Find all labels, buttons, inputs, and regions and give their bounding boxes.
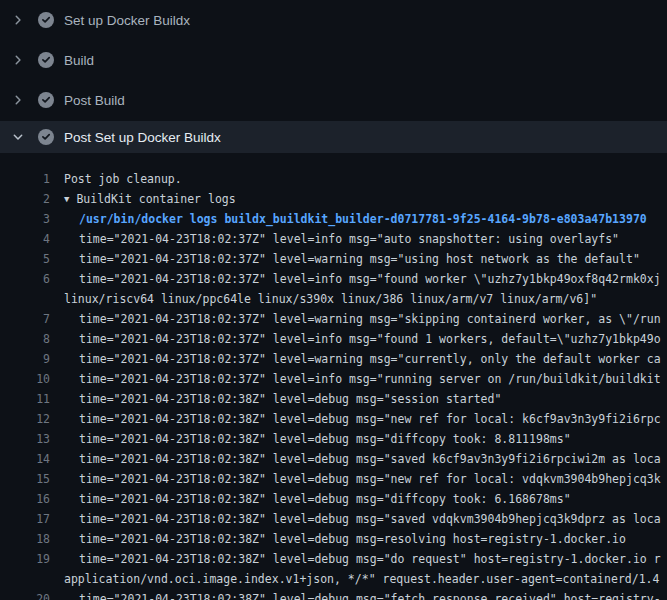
log-line-number[interactable]: 14 [0,449,50,469]
log-line: 14 ▼time="2021-04-23T18:02:38Z" level=de… [0,449,667,469]
log-line: 4 ▼time="2021-04-23T18:02:37Z" level=inf… [0,229,667,249]
log-line-number[interactable]: 8 [0,329,50,349]
chevron-right-icon [10,92,26,108]
log-line-number[interactable]: 18 [0,529,50,549]
log-line-text: ▼time="2021-04-23T18:02:38Z" level=debug… [64,389,501,409]
log-line-text: ▼time="2021-04-23T18:02:38Z" level=debug… [64,409,661,429]
log-text: time="2021-04-23T18:02:38Z" level=debug … [79,412,661,426]
log-line-number[interactable]: 7 [0,309,50,329]
log-line-text: ▼time="2021-04-23T18:02:38Z" level=debug… [64,509,661,529]
log-line: 10 ▼time="2021-04-23T18:02:37Z" level=in… [0,369,667,389]
log-line-number[interactable]: 13 [0,429,50,449]
log-line-text: ▼time="2021-04-23T18:02:38Z" level=debug… [64,589,661,600]
log-line: 19 ▼time="2021-04-23T18:02:38Z" level=de… [0,549,667,569]
log-line: 12 ▼time="2021-04-23T18:02:38Z" level=de… [0,409,667,429]
log-text: time="2021-04-23T18:02:37Z" level=info m… [79,332,661,346]
log-line-number[interactable] [0,289,50,309]
log-line: 7 ▼time="2021-04-23T18:02:37Z" level=war… [0,309,667,329]
chevron-down-icon [10,129,26,145]
log-line: 5 ▼time="2021-04-23T18:02:37Z" level=war… [0,249,667,269]
log-line-text: ▼time="2021-04-23T18:02:38Z" level=debug… [64,469,661,489]
log-line-number[interactable]: 5 [0,249,50,269]
log-line: 8 ▼time="2021-04-23T18:02:37Z" level=inf… [0,329,667,349]
log-line-number[interactable]: 2 [0,189,50,209]
log-line: 11 ▼time="2021-04-23T18:02:38Z" level=de… [0,389,667,409]
log-line-text: ▼time="2021-04-23T18:02:38Z" level=debug… [64,429,571,449]
log-line-text: ▼time="2021-04-23T18:02:37Z" level=info … [64,269,661,289]
log-line-text: ▼time="2021-04-23T18:02:37Z" level=info … [64,329,661,349]
log-line-text: ▼Post job cleanup. [64,169,182,189]
log-line-text: ▼time="2021-04-23T18:02:38Z" level=debug… [64,549,661,569]
log-text: BuildKit container logs [76,192,235,206]
log-line-number[interactable]: 16 [0,489,50,509]
log-text: time="2021-04-23T18:02:38Z" level=debug … [79,432,571,446]
log-line: ▼application/vnd.oci.image.index.v1+json… [0,569,667,589]
chevron-right-icon [10,12,26,28]
log-line-number[interactable]: 10 [0,369,50,389]
log-line-text: ▼time="2021-04-23T18:02:38Z" level=debug… [64,529,626,549]
log-line-number[interactable]: 15 [0,469,50,489]
log-line: ▼linux/riscv64 linux/ppc64le linux/s390x… [0,289,667,309]
log-line-text: ▼application/vnd.oci.image.index.v1+json… [64,569,659,589]
log-line: 3 ▼/usr/bin/docker logs buildx_buildkit_… [0,209,667,229]
log-line-number[interactable]: 4 [0,229,50,249]
check-circle-icon [38,129,54,145]
log-line-number[interactable]: 11 [0,389,50,409]
log-viewer: Set up Docker Buildx Build [0,0,667,600]
log-line: 18 ▼time="2021-04-23T18:02:38Z" level=de… [0,529,667,549]
log-text: time="2021-04-23T18:02:38Z" level=debug … [79,552,661,566]
section-row-set-up-docker-buildx[interactable]: Set up Docker Buildx [0,0,667,40]
log-area: 1 ▼Post job cleanup. 2 ▼BuildKit contain… [0,153,667,600]
log-line: 20 ▼time="2021-04-23T18:02:38Z" level=de… [0,589,667,600]
log-text: time="2021-04-23T18:02:37Z" level=info m… [79,232,619,246]
log-text: time="2021-04-23T18:02:37Z" level=info m… [79,372,661,386]
log-text: linux/riscv64 linux/ppc64le linux/s390x … [64,292,597,306]
section-label: Post Set up Docker Buildx [64,130,221,145]
log-line-text: ▼time="2021-04-23T18:02:37Z" level=warni… [64,309,661,329]
log-text[interactable]: /usr/bin/docker logs buildx_buildkit_bui… [79,212,647,226]
log-text: Post job cleanup. [64,172,182,186]
log-line-text: ▼time="2021-04-23T18:02:37Z" level=info … [64,229,619,249]
log-text: time="2021-04-23T18:02:38Z" level=debug … [79,452,661,466]
log-line-number[interactable]: 20 [0,589,50,600]
log-line-number[interactable]: 17 [0,509,50,529]
log-text: time="2021-04-23T18:02:38Z" level=debug … [79,392,501,406]
section-label: Set up Docker Buildx [64,13,190,28]
log-line: 2 ▼BuildKit container logs [0,189,667,209]
chevron-right-icon [10,52,26,68]
log-line-number[interactable]: 9 [0,349,50,369]
log-line-text: ▼time="2021-04-23T18:02:38Z" level=debug… [64,449,661,469]
log-line-number[interactable]: 12 [0,409,50,429]
group-collapse-triangle-icon[interactable]: ▼ [64,194,69,204]
log-line-number[interactable]: 6 [0,269,50,289]
log-text: time="2021-04-23T18:02:37Z" level=warnin… [79,352,661,366]
log-line: 13 ▼time="2021-04-23T18:02:38Z" level=de… [0,429,667,449]
log-text: time="2021-04-23T18:02:37Z" level=warnin… [79,252,640,266]
log-text: time="2021-04-23T18:02:38Z" level=debug … [79,492,571,506]
section-row-post-set-up-docker-buildx[interactable]: Post Set up Docker Buildx [0,121,667,153]
log-text: time="2021-04-23T18:02:37Z" level=warnin… [79,312,661,326]
log-line-text: ▼time="2021-04-23T18:02:37Z" level=warni… [64,249,640,269]
log-line-text: ▼linux/riscv64 linux/ppc64le linux/s390x… [64,289,597,309]
log-line: 15 ▼time="2021-04-23T18:02:38Z" level=de… [0,469,667,489]
log-line-number[interactable]: 3 [0,209,50,229]
log-line-text: ▼time="2021-04-23T18:02:38Z" level=debug… [64,489,571,509]
section-label: Post Build [64,93,125,108]
log-text: application/vnd.oci.image.index.v1+json,… [64,572,659,586]
log-line-number[interactable]: 1 [0,169,50,189]
check-circle-icon [38,92,54,108]
log-line-number[interactable]: 19 [0,549,50,569]
log-line: 9 ▼time="2021-04-23T18:02:37Z" level=war… [0,349,667,369]
log-line-number[interactable] [0,569,50,589]
sections: Set up Docker Buildx Build [0,0,667,153]
log-line: 17 ▼time="2021-04-23T18:02:38Z" level=de… [0,509,667,529]
check-circle-icon [38,52,54,68]
log-line-text[interactable]: ▼BuildKit container logs [64,189,236,209]
section-row-post-build[interactable]: Post Build [0,80,667,120]
log-line-text: ▼time="2021-04-23T18:02:37Z" level=info … [64,369,661,389]
log-text: time="2021-04-23T18:02:38Z" level=debug … [79,472,661,486]
log-line: 16 ▼time="2021-04-23T18:02:38Z" level=de… [0,489,667,509]
log-text: time="2021-04-23T18:02:38Z" level=debug … [79,512,661,526]
section-row-build[interactable]: Build [0,40,667,80]
log-line: 6 ▼time="2021-04-23T18:02:37Z" level=inf… [0,269,667,289]
